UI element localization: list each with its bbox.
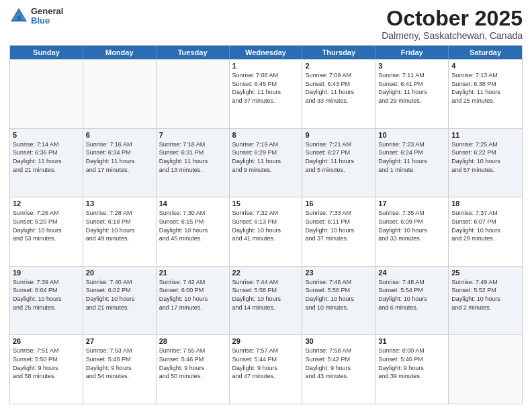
- cell-info: Sunrise: 7:09 AM Sunset: 6:43 PM Dayligh…: [305, 71, 372, 105]
- cell-info: Sunrise: 7:28 AM Sunset: 6:18 PM Dayligh…: [86, 209, 153, 242]
- calendar-cell-0-6: 4Sunrise: 7:13 AM Sunset: 6:38 PM Daylig…: [449, 60, 522, 128]
- cell-date: 10: [378, 131, 445, 139]
- calendar-cell-0-3: 1Sunrise: 7:08 AM Sunset: 6:45 PM Daylig…: [230, 60, 303, 128]
- cell-info: Sunrise: 7:46 AM Sunset: 5:56 PM Dayligh…: [305, 278, 372, 312]
- calendar-row-4: 26Sunrise: 7:51 AM Sunset: 5:50 PM Dayli…: [10, 334, 522, 404]
- cell-date: 18: [451, 199, 519, 208]
- cell-info: Sunrise: 7:42 AM Sunset: 6:00 PM Dayligh…: [159, 278, 226, 312]
- cell-date: 7: [159, 131, 226, 139]
- page: General Blue October 2025 Dalmeny, Saska…: [0, 0, 532, 411]
- calendar-body: 1Sunrise: 7:08 AM Sunset: 6:45 PM Daylig…: [10, 59, 522, 404]
- cell-info: Sunrise: 7:57 AM Sunset: 5:44 PM Dayligh…: [232, 347, 300, 380]
- cell-info: Sunrise: 7:18 AM Sunset: 6:31 PM Dayligh…: [159, 140, 226, 174]
- calendar-header: SundayMondayTuesdayWednesdayThursdayFrid…: [10, 46, 522, 59]
- cell-info: Sunrise: 7:58 AM Sunset: 5:42 PM Dayligh…: [305, 347, 372, 380]
- calendar-row-1: 5Sunrise: 7:14 AM Sunset: 6:36 PM Daylig…: [10, 128, 522, 197]
- weekday-header-wednesday: Wednesday: [230, 46, 303, 59]
- cell-date: 17: [378, 199, 445, 208]
- calendar-cell-4-1: 27Sunrise: 7:53 AM Sunset: 5:48 PM Dayli…: [83, 335, 157, 404]
- calendar-cell-2-5: 17Sunrise: 7:35 AM Sunset: 6:09 PM Dayli…: [375, 197, 449, 266]
- cell-date: 23: [305, 269, 372, 277]
- cell-date: 13: [86, 199, 153, 208]
- calendar-cell-4-2: 28Sunrise: 7:55 AM Sunset: 5:46 PM Dayli…: [157, 335, 230, 404]
- cell-info: Sunrise: 7:19 AM Sunset: 6:29 PM Dayligh…: [232, 140, 300, 174]
- calendar-cell-2-2: 14Sunrise: 7:30 AM Sunset: 6:15 PM Dayli…: [157, 197, 230, 266]
- calendar-cell-3-3: 22Sunrise: 7:44 AM Sunset: 5:58 PM Dayli…: [230, 267, 303, 335]
- calendar-cell-4-6: [449, 335, 522, 404]
- calendar-row-3: 19Sunrise: 7:39 AM Sunset: 6:04 PM Dayli…: [10, 266, 522, 335]
- cell-date: 15: [232, 199, 300, 208]
- calendar-cell-4-3: 29Sunrise: 7:57 AM Sunset: 5:44 PM Dayli…: [230, 335, 303, 404]
- cell-date: 6: [86, 131, 153, 139]
- calendar-cell-1-6: 11Sunrise: 7:25 AM Sunset: 6:22 PM Dayli…: [449, 129, 522, 197]
- cell-info: Sunrise: 7:35 AM Sunset: 6:09 PM Dayligh…: [378, 209, 445, 242]
- cell-date: 30: [305, 337, 372, 345]
- calendar-cell-0-2: [157, 60, 230, 128]
- calendar-cell-3-2: 21Sunrise: 7:42 AM Sunset: 6:00 PM Dayli…: [157, 267, 230, 335]
- cell-info: Sunrise: 7:55 AM Sunset: 5:46 PM Dayligh…: [159, 347, 226, 380]
- weekday-header-sunday: Sunday: [10, 46, 83, 59]
- calendar-cell-0-4: 2Sunrise: 7:09 AM Sunset: 6:43 PM Daylig…: [302, 60, 375, 128]
- calendar-cell-4-5: 31Sunrise: 8:00 AM Sunset: 5:40 PM Dayli…: [375, 335, 449, 404]
- cell-info: Sunrise: 7:51 AM Sunset: 5:50 PM Dayligh…: [13, 347, 80, 380]
- calendar-cell-1-4: 9Sunrise: 7:21 AM Sunset: 6:27 PM Daylig…: [302, 129, 375, 197]
- cell-date: 26: [13, 337, 80, 345]
- cell-info: Sunrise: 7:49 AM Sunset: 5:52 PM Dayligh…: [451, 278, 519, 312]
- calendar-cell-3-0: 19Sunrise: 7:39 AM Sunset: 6:04 PM Dayli…: [10, 267, 83, 335]
- cell-info: Sunrise: 7:53 AM Sunset: 5:48 PM Dayligh…: [86, 347, 153, 380]
- weekday-header-monday: Monday: [83, 46, 157, 59]
- weekday-header-friday: Friday: [375, 46, 449, 59]
- cell-date: 29: [232, 337, 300, 345]
- cell-date: 11: [451, 131, 519, 139]
- cell-info: Sunrise: 7:21 AM Sunset: 6:27 PM Dayligh…: [305, 140, 372, 174]
- calendar-row-0: 1Sunrise: 7:08 AM Sunset: 6:45 PM Daylig…: [10, 59, 522, 128]
- logo-blue-text: Blue: [31, 16, 63, 26]
- calendar-cell-1-1: 6Sunrise: 7:16 AM Sunset: 6:34 PM Daylig…: [83, 129, 157, 197]
- cell-info: Sunrise: 7:25 AM Sunset: 6:22 PM Dayligh…: [451, 140, 519, 174]
- logo-text: General Blue: [31, 7, 63, 26]
- calendar-cell-1-0: 5Sunrise: 7:14 AM Sunset: 6:36 PM Daylig…: [10, 129, 83, 197]
- weekday-header-tuesday: Tuesday: [157, 46, 230, 59]
- cell-date: 9: [305, 131, 372, 139]
- cell-info: Sunrise: 7:40 AM Sunset: 6:02 PM Dayligh…: [86, 278, 153, 312]
- calendar-cell-2-0: 12Sunrise: 7:26 AM Sunset: 6:20 PM Dayli…: [10, 197, 83, 266]
- calendar-cell-0-1: [83, 60, 157, 128]
- cell-info: Sunrise: 7:26 AM Sunset: 6:20 PM Dayligh…: [13, 209, 80, 242]
- cell-date: 4: [451, 62, 519, 70]
- cell-info: Sunrise: 7:44 AM Sunset: 5:58 PM Dayligh…: [232, 278, 300, 312]
- cell-date: 3: [378, 62, 445, 70]
- calendar: SundayMondayTuesdayWednesdayThursdayFrid…: [9, 45, 523, 404]
- header: General Blue October 2025 Dalmeny, Saska…: [9, 7, 523, 41]
- cell-date: 22: [232, 269, 300, 277]
- cell-date: 31: [378, 337, 445, 345]
- logo-icon: [9, 7, 28, 26]
- cell-info: Sunrise: 7:39 AM Sunset: 6:04 PM Dayligh…: [13, 278, 80, 312]
- cell-info: Sunrise: 7:16 AM Sunset: 6:34 PM Dayligh…: [86, 140, 153, 174]
- calendar-cell-3-6: 25Sunrise: 7:49 AM Sunset: 5:52 PM Dayli…: [449, 267, 522, 335]
- cell-info: Sunrise: 7:37 AM Sunset: 6:07 PM Dayligh…: [451, 209, 519, 242]
- cell-date: 1: [232, 62, 300, 70]
- calendar-cell-0-0: [10, 60, 83, 128]
- cell-info: Sunrise: 7:11 AM Sunset: 6:41 PM Dayligh…: [378, 71, 445, 105]
- calendar-cell-3-1: 20Sunrise: 7:40 AM Sunset: 6:02 PM Dayli…: [83, 267, 157, 335]
- calendar-cell-4-4: 30Sunrise: 7:58 AM Sunset: 5:42 PM Dayli…: [302, 335, 375, 404]
- calendar-cell-2-6: 18Sunrise: 7:37 AM Sunset: 6:07 PM Dayli…: [449, 197, 522, 266]
- cell-date: 21: [159, 269, 226, 277]
- month-title: October 2025: [382, 7, 523, 30]
- cell-date: 12: [13, 199, 80, 208]
- cell-info: Sunrise: 7:32 AM Sunset: 6:13 PM Dayligh…: [232, 209, 300, 242]
- cell-info: Sunrise: 8:00 AM Sunset: 5:40 PM Dayligh…: [378, 347, 445, 380]
- cell-info: Sunrise: 7:23 AM Sunset: 6:24 PM Dayligh…: [378, 140, 445, 174]
- calendar-cell-2-4: 16Sunrise: 7:33 AM Sunset: 6:11 PM Dayli…: [302, 197, 375, 266]
- cell-date: 16: [305, 199, 372, 208]
- calendar-cell-2-3: 15Sunrise: 7:32 AM Sunset: 6:13 PM Dayli…: [230, 197, 303, 266]
- logo: General Blue: [9, 7, 63, 26]
- cell-info: Sunrise: 7:14 AM Sunset: 6:36 PM Dayligh…: [13, 140, 80, 174]
- calendar-cell-1-3: 8Sunrise: 7:19 AM Sunset: 6:29 PM Daylig…: [230, 129, 303, 197]
- cell-date: 8: [232, 131, 300, 139]
- cell-info: Sunrise: 7:13 AM Sunset: 6:38 PM Dayligh…: [451, 71, 519, 105]
- calendar-cell-2-1: 13Sunrise: 7:28 AM Sunset: 6:18 PM Dayli…: [83, 197, 157, 266]
- calendar-cell-0-5: 3Sunrise: 7:11 AM Sunset: 6:41 PM Daylig…: [375, 60, 449, 128]
- cell-date: 27: [86, 337, 153, 345]
- weekday-header-saturday: Saturday: [449, 46, 522, 59]
